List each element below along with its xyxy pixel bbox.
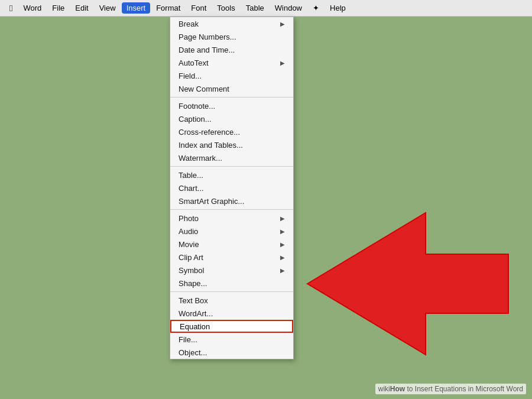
menu-item-new-comment-label: New Comment — [179, 85, 229, 93]
wikihow-attribution: wikiHow to Insert Equations in Microsoft… — [375, 384, 526, 394]
menu-item-watermark[interactable]: Watermark... — [170, 151, 293, 164]
menu-item-file[interactable]: File... — [170, 333, 293, 346]
menubar-format[interactable]: Format — [151, 2, 185, 14]
clip-art-arrow-icon: ▶ — [280, 254, 285, 261]
annotation-arrow — [296, 207, 520, 361]
menu-item-caption-label: Caption... — [179, 115, 212, 124]
menu-item-audio[interactable]: Audio ▶ — [170, 225, 293, 238]
menu-item-movie[interactable]: Movie ▶ — [170, 238, 293, 251]
separator-2 — [170, 166, 293, 167]
menubar-font[interactable]: Font — [186, 2, 211, 14]
menu-item-index-tables[interactable]: Index and Tables... — [170, 138, 293, 151]
how-text: How — [390, 385, 405, 393]
menu-item-break-label: Break — [179, 20, 199, 28]
menu-item-table-label: Table... — [179, 171, 203, 180]
wikihow-description: to Insert Equations in Microsoft Word — [405, 385, 523, 393]
menu-item-field-label: Field... — [179, 72, 202, 80]
menubar-file[interactable]: File — [47, 2, 69, 14]
menu-item-text-box[interactable]: Text Box — [170, 294, 293, 307]
menu-item-photo[interactable]: Photo ▶ — [170, 212, 293, 225]
menu-item-symbol-label: Symbol — [179, 266, 204, 275]
menu-item-cross-reference[interactable]: Cross-reference... — [170, 125, 293, 138]
menu-item-equation[interactable]: Equation — [170, 320, 293, 333]
menu-item-chart-label: Chart... — [179, 184, 204, 193]
audio-arrow-icon: ▶ — [280, 228, 285, 235]
menu-item-object-label: Object... — [179, 348, 207, 357]
menubar-insert[interactable]: Insert — [122, 2, 151, 14]
menu-item-date-time[interactable]: Date and Time... — [170, 43, 293, 56]
separator-4 — [170, 291, 293, 292]
menu-item-file-label: File... — [179, 335, 197, 344]
menu-item-shape-label: Shape... — [179, 279, 207, 288]
insert-dropdown-menu: Break ▶ Page Numbers... Date and Time...… — [170, 17, 294, 359]
menubar-tools[interactable]: Tools — [212, 2, 239, 14]
menu-item-autotext[interactable]: AutoText ▶ — [170, 56, 293, 69]
menu-item-wordart[interactable]: WordArt... — [170, 307, 293, 320]
menubar-special[interactable]: ✦ — [308, 2, 324, 14]
menu-item-field[interactable]: Field... — [170, 69, 293, 82]
menubar-view[interactable]: View — [95, 2, 121, 14]
menubar-table[interactable]: Table — [241, 2, 269, 14]
menu-item-symbol[interactable]: Symbol ▶ — [170, 264, 293, 277]
menu-item-audio-label: Audio — [179, 227, 198, 236]
menu-item-page-numbers[interactable]: Page Numbers... — [170, 30, 293, 43]
menu-item-caption[interactable]: Caption... — [170, 112, 293, 125]
menu-item-footnote-label: Footnote... — [179, 102, 215, 111]
menu-item-break[interactable]: Break ▶ — [170, 17, 293, 30]
apple-menu[interactable]:  — [5, 2, 17, 14]
menu-item-shape[interactable]: Shape... — [170, 277, 293, 290]
menu-item-chart[interactable]: Chart... — [170, 181, 293, 194]
menu-item-index-tables-label: Index and Tables... — [179, 141, 243, 150]
menu-item-date-time-label: Date and Time... — [179, 46, 235, 54]
menubar-word[interactable]: Word — [18, 2, 46, 14]
autotext-arrow-icon: ▶ — [280, 60, 285, 66]
menu-item-wordart-label: WordArt... — [179, 309, 213, 318]
menu-item-autotext-label: AutoText — [179, 59, 209, 67]
menu-item-new-comment[interactable]: New Comment — [170, 82, 293, 95]
menu-item-clip-art[interactable]: Clip Art ▶ — [170, 251, 293, 264]
menu-item-footnote[interactable]: Footnote... — [170, 99, 293, 112]
menubar-window[interactable]: Window — [270, 2, 307, 14]
menu-item-watermark-label: Watermark... — [179, 154, 222, 163]
menu-item-page-numbers-label: Page Numbers... — [179, 33, 236, 41]
wiki-text: wiki — [378, 385, 390, 393]
menu-item-smartart[interactable]: SmartArt Graphic... — [170, 194, 293, 207]
menu-item-text-box-label: Text Box — [179, 296, 208, 305]
menubar-help[interactable]: Help — [325, 2, 351, 14]
menu-item-object[interactable]: Object... — [170, 346, 293, 359]
menu-item-movie-label: Movie — [179, 240, 199, 249]
menu-item-cross-reference-label: Cross-reference... — [179, 128, 240, 137]
separator-1 — [170, 97, 293, 98]
menu-item-smartart-label: SmartArt Graphic... — [179, 197, 244, 206]
svg-marker-0 — [307, 213, 508, 355]
menu-item-photo-label: Photo — [179, 214, 199, 223]
separator-3 — [170, 209, 293, 210]
menu-item-table[interactable]: Table... — [170, 168, 293, 181]
menu-item-equation-label: Equation — [180, 322, 210, 331]
menubar:  Word File Edit View Insert Format Font… — [0, 0, 532, 17]
break-arrow-icon: ▶ — [280, 21, 285, 27]
menu-item-clip-art-label: Clip Art — [179, 253, 203, 262]
movie-arrow-icon: ▶ — [280, 241, 285, 248]
symbol-arrow-icon: ▶ — [280, 267, 285, 274]
photo-arrow-icon: ▶ — [280, 215, 285, 222]
menubar-edit[interactable]: Edit — [70, 2, 93, 14]
